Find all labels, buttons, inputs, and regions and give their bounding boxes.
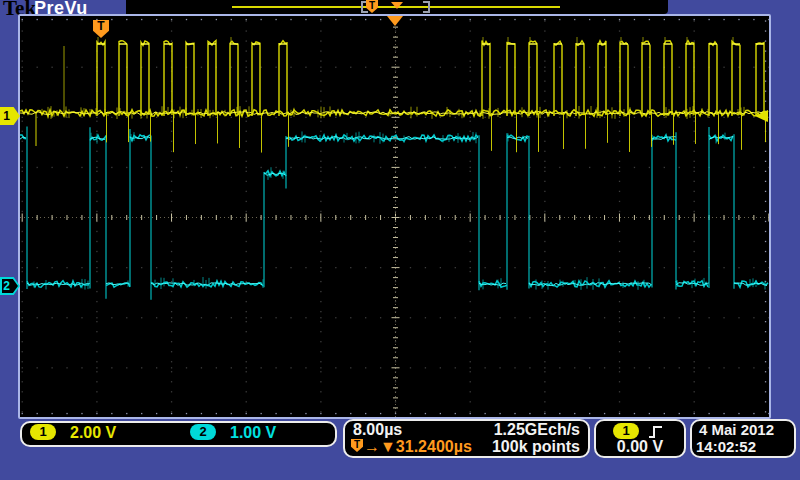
record-view-bar: T <box>126 0 668 14</box>
ch2-reference-badge: 2 <box>0 277 20 295</box>
delay-readout: →▼31.2400µs <box>364 438 472 456</box>
trigger-level-value: 0.00 V <box>596 438 684 456</box>
ch2-scale-value: 1.00 V <box>230 424 276 442</box>
triangle-down-icon: ▼ <box>380 438 396 455</box>
channel-scales-box: 1 2.00 V 2 1.00 V <box>20 421 337 447</box>
ch1-scale-badge: 1 <box>30 424 56 440</box>
delay-trigger-t-icon: T <box>351 439 363 452</box>
trigger-box: 1 0.00 V <box>594 419 686 458</box>
waveform-svg <box>20 16 769 417</box>
time-value: 14:02:52 <box>696 438 756 455</box>
horizontal-box: 8.00µs 1.25GEch/s T →▼31.2400µs 100k poi… <box>343 419 590 458</box>
oscilloscope-screen: Tek PreVu T T 1 2 1 2.00 V 2 1.00 V 8.00… <box>0 0 800 480</box>
trigger-level-arrow-icon <box>755 110 768 122</box>
timebase-value: 8.00µs <box>353 421 402 439</box>
ch2-scale-badge: 2 <box>190 424 216 440</box>
date-value: 4 Mai 2012 <box>699 421 774 438</box>
trigger-source-badge: 1 <box>613 423 639 439</box>
record-window-bracket-right <box>423 1 430 13</box>
plot-area: T <box>18 14 771 419</box>
record-length-value: 100k points <box>492 438 580 456</box>
sample-rate-value: 1.25GEch/s <box>494 421 580 439</box>
datetime-box: 4 Mai 2012 14:02:52 <box>690 419 796 458</box>
record-expansion-triangle-icon <box>391 2 403 9</box>
ch1-scale-value: 2.00 V <box>70 424 116 442</box>
expansion-triangle-icon <box>387 16 403 26</box>
arrow-right-icon: → <box>364 438 380 455</box>
ch1-reference-badge: 1 <box>0 107 20 125</box>
delay-value: 31.2400µs <box>396 438 472 455</box>
